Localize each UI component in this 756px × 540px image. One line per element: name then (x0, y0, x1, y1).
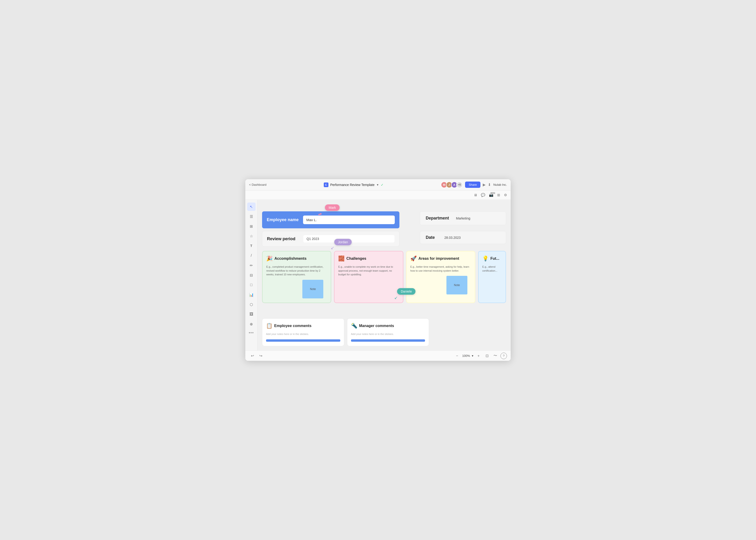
zoom-dropdown[interactable]: ▾ (472, 354, 473, 357)
sidebar-item-sticky[interactable]: □ (247, 281, 256, 289)
cursor-jordan-arrow: ↙ (331, 245, 334, 250)
sidebar-item-table[interactable]: ⊟ (247, 271, 256, 279)
share-button[interactable]: Share (465, 182, 481, 188)
beta-badge: BETA (490, 192, 495, 194)
camera-icon[interactable]: 📷BETA (489, 193, 493, 197)
accomplishments-title-row: 🎉 Accomplishments (266, 256, 327, 262)
cursor-jordan-label: Jordan (338, 240, 348, 244)
sidebar-item-shapes[interactable]: ⊞ (247, 222, 256, 230)
future-description: E.g., attend certification... (482, 265, 502, 273)
help-button[interactable]: ? (500, 352, 507, 359)
accomplishments-card: 🎉 Accomplishments E.g., completed produc… (262, 251, 331, 303)
sidebar-item-network[interactable]: ⬡ (247, 300, 256, 309)
challenges-title-row: 🧱 Challenges (338, 256, 399, 262)
back-to-dashboard[interactable]: < Dashboard (249, 183, 267, 187)
wave-button[interactable]: 〜 (492, 352, 499, 359)
employee-name-input[interactable] (303, 215, 395, 224)
sidebar-item-line[interactable]: / (247, 251, 256, 260)
sidebar-item-document[interactable]: ☰ (247, 212, 256, 221)
redo-button[interactable]: ↪ (257, 352, 264, 359)
review-period-card: Review period Q1 2023 (262, 231, 399, 246)
zoom-level: 100% (462, 354, 470, 357)
sidebar-item-text[interactable]: T (247, 242, 256, 250)
avatar-group: M J A +5 (441, 182, 463, 188)
app-window: < Dashboard C Performance Review Templat… (245, 179, 511, 361)
play-icon[interactable]: ▶ (483, 183, 485, 187)
content-area: Mark ➡ Employee name Department Marketin… (262, 204, 506, 346)
download-icon[interactable]: ⬇ (488, 183, 491, 187)
zoom-in-button[interactable]: + (475, 352, 482, 359)
sidebar: ↖ ☰ ⊞ ☆ T / ✏ ⊟ □ 📊 ⬡ 🖼 ⊕ ••• (245, 200, 257, 350)
secondary-toolbar: 🖥 💬 📷BETA ⊞ ⚙ (245, 191, 511, 200)
employee-comments-bar (266, 339, 340, 342)
challenges-title: Challenges (346, 256, 366, 261)
future-card: 💡 Fut... E.g., attend certification... (478, 251, 506, 303)
sidebar-item-embed[interactable]: ⊕ (247, 320, 256, 328)
date-value: 28.03.2023 (444, 236, 461, 239)
cursor-daniele: Daniele (397, 288, 416, 295)
manager-comments-bar (351, 339, 425, 342)
avatar-count: +5 (456, 182, 463, 188)
future-title-row: 💡 Fut... (482, 256, 502, 262)
canvas: Mark ➡ Employee name Department Marketin… (257, 200, 511, 350)
manager-comments-emoji: 🔦 (351, 323, 357, 329)
review-period-label: Review period (267, 236, 300, 241)
sidebar-more[interactable]: ••• (249, 331, 254, 336)
challenges-description: E.g., unable to complete my work on time… (338, 265, 399, 277)
title-dropdown-arrow[interactable]: ▼ (376, 184, 379, 186)
areas-title: Areas for improvement (419, 256, 459, 261)
document-title: Performance Review Template (330, 183, 374, 187)
undo-button[interactable]: ↩ (249, 352, 256, 359)
sidebar-item-image[interactable]: 🖼 (247, 310, 256, 319)
date-label: Date (426, 235, 440, 240)
section-cards: 🎉 Accomplishments E.g., completed produc… (262, 251, 506, 303)
right-spacer (432, 319, 506, 346)
bottom-toolbar: ↩ ↪ − 100% ▾ + ⊡ 〜 ? (245, 350, 511, 361)
screen-share-icon[interactable]: 🖥 (474, 193, 477, 197)
employee-comments-title-row: 📋 Employee comments (266, 323, 340, 329)
zoom-out-button[interactable]: − (454, 352, 460, 359)
cursor-mark: Mark (325, 204, 339, 211)
titlebar-center: C Performance Review Template ▼ ✓ (269, 183, 438, 187)
settings-icon[interactable]: ⚙ (504, 193, 507, 197)
manager-comments-title: Manager comments (359, 324, 394, 328)
fit-screen-button[interactable]: ⊡ (484, 352, 490, 359)
areas-description: E.g., better time management, asking for… (410, 265, 471, 273)
zoom-group: − 100% ▾ + ⊡ 〜 ? (454, 352, 507, 359)
sidebar-item-cursor[interactable]: ↖ (247, 202, 256, 211)
employee-comments-card: 📋 Employee comments Add your notes here … (262, 319, 344, 346)
employee-comments-title: Employee comments (274, 324, 312, 328)
company-name: Nulab Inc. (493, 183, 507, 187)
accomplishments-note[interactable]: Note (302, 280, 323, 298)
areas-note[interactable]: Note (446, 276, 467, 295)
undo-redo-group: ↩ ↪ (249, 352, 264, 359)
accomplishments-description: E.g., completed product management certi… (266, 265, 327, 277)
comment-icon[interactable]: 💬 (481, 193, 485, 197)
sidebar-item-chart[interactable]: 📊 (247, 291, 256, 299)
employee-comments-emoji: 📋 (266, 323, 272, 329)
bottom-cards: 📋 Employee comments Add your notes here … (262, 319, 506, 346)
sidebar-item-star[interactable]: ☆ (247, 232, 256, 240)
cursor-daniele-arrow: ↙ (394, 295, 398, 300)
sidebar-item-pen[interactable]: ✏ (247, 261, 256, 270)
accomplishments-title: Accomplishments (274, 256, 307, 261)
areas-title-row: 🚀 Areas for improvement (410, 256, 471, 262)
date-card: Date 28.03.2023 (420, 231, 506, 244)
future-title: Fut... (490, 256, 499, 261)
challenges-emoji: 🧱 (338, 256, 344, 262)
manager-comments-description: Add your notes here or in the stickies. (351, 332, 425, 336)
areas-improvement-card: 🚀 Areas for improvement E.g., better tim… (406, 251, 475, 303)
employee-comments-description: Add your notes here or in the stickies. (266, 332, 340, 336)
cursor-daniele-label: Daniele (401, 290, 412, 293)
employee-name-card: Employee name (262, 211, 399, 228)
areas-emoji: 🚀 (410, 256, 417, 262)
manager-comments-card: 🔦 Manager comments Add your notes here o… (347, 319, 429, 346)
cursor-mark-label: Mark (329, 206, 336, 209)
cursor-jordan: Jordan (334, 239, 352, 245)
main-layout: ↖ ☰ ⊞ ☆ T / ✏ ⊟ □ 📊 ⬡ 🖼 ⊕ ••• Mark ➡ (245, 200, 511, 350)
titlebar: < Dashboard C Performance Review Templat… (245, 179, 511, 191)
multiboard-icon[interactable]: ⊞ (497, 193, 500, 197)
titlebar-right: M J A +5 Share ▶ ⬇ Nulab Inc. (441, 182, 507, 188)
challenges-card: 🧱 Challenges E.g., unable to complete my… (334, 251, 403, 303)
department-label: Department (426, 216, 451, 221)
